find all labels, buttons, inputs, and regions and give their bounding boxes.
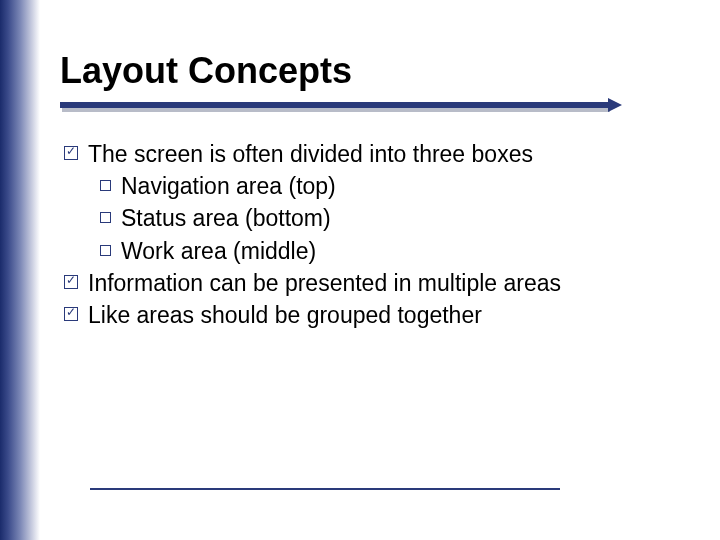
slide-content: Layout Concepts The screen is often divi… — [60, 50, 680, 331]
title-underline — [60, 100, 680, 120]
bullet-list: The screen is often divided into three b… — [60, 138, 680, 331]
footer-divider — [90, 488, 560, 490]
slide-title: Layout Concepts — [60, 50, 680, 92]
list-item: Status area (bottom) — [100, 202, 680, 234]
list-item: Information can be presented in multiple… — [64, 267, 680, 299]
list-item: Work area (middle) — [100, 235, 680, 267]
square-icon — [100, 245, 111, 256]
bullet-text: Status area (bottom) — [121, 202, 331, 234]
side-gradient — [0, 0, 40, 540]
bullet-text: Work area (middle) — [121, 235, 316, 267]
list-item: Navigation area (top) — [100, 170, 680, 202]
checkbox-icon — [64, 146, 78, 160]
bullet-text: Navigation area (top) — [121, 170, 336, 202]
bullet-text: Like areas should be grouped together — [88, 299, 482, 331]
list-item: Like areas should be grouped together — [64, 299, 680, 331]
square-icon — [100, 180, 111, 191]
bullet-text: The screen is often divided into three b… — [88, 138, 533, 170]
bullet-text: Information can be presented in multiple… — [88, 267, 561, 299]
checkbox-icon — [64, 307, 78, 321]
checkbox-icon — [64, 275, 78, 289]
square-icon — [100, 212, 111, 223]
list-item: The screen is often divided into three b… — [64, 138, 680, 170]
